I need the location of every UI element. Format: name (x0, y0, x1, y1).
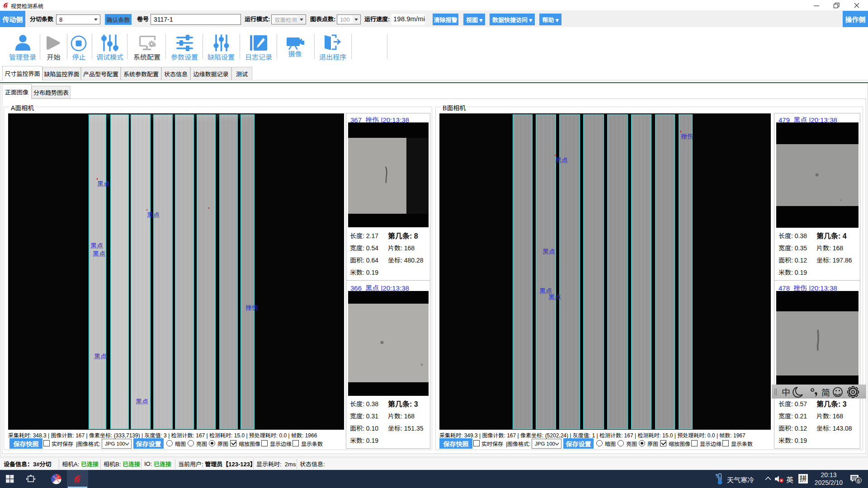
svg-text:黑点: 黑点 (147, 210, 160, 219)
svg-text:挫伤: 挫伤 (245, 303, 258, 312)
svg-text:6: 6 (857, 478, 860, 483)
svg-text:黑点: 黑点 (542, 247, 555, 256)
svg-text:黑点: 黑点 (136, 397, 148, 406)
svg-text:简: 简 (821, 386, 830, 398)
svg-text:黑点: 黑点 (555, 155, 568, 164)
svg-text:挫伤: 挫伤 (681, 131, 693, 141)
svg-text:黑点: 黑点 (94, 352, 107, 361)
svg-text:黑点: 黑点 (90, 241, 103, 250)
svg-text:黑点: 黑点 (97, 179, 110, 188)
svg-text:黑点: 黑点 (548, 292, 561, 301)
svg-text:中: 中 (782, 385, 790, 398)
svg-text:黑点: 黑点 (93, 249, 105, 258)
